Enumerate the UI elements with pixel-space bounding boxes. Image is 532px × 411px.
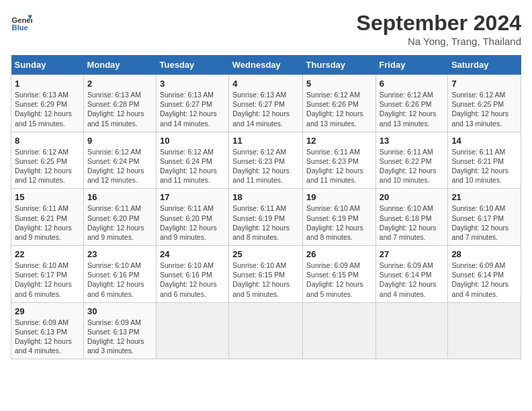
calendar-cell: 18Sunrise: 6:11 AM Sunset: 6:19 PM Dayli…	[229, 189, 303, 246]
day-info: Sunrise: 6:12 AM Sunset: 6:26 PM Dayligh…	[380, 90, 445, 128]
day-number: 1	[15, 79, 80, 89]
title-block: September 2024 Na Yong, Trang, Thailand	[357, 11, 521, 47]
calendar-cell: 19Sunrise: 6:10 AM Sunset: 6:19 PM Dayli…	[303, 189, 376, 246]
day-info: Sunrise: 6:09 AM Sunset: 6:15 PM Dayligh…	[306, 261, 372, 299]
day-info: Sunrise: 6:09 AM Sunset: 6:13 PM Dayligh…	[87, 318, 152, 356]
day-info: Sunrise: 6:10 AM Sunset: 6:15 PM Dayligh…	[232, 261, 299, 299]
day-info: Sunrise: 6:13 AM Sunset: 6:29 PM Dayligh…	[15, 90, 80, 128]
day-info: Sunrise: 6:10 AM Sunset: 6:17 PM Dayligh…	[15, 261, 80, 299]
day-number: 20	[380, 192, 445, 202]
day-number: 19	[306, 192, 372, 202]
calendar-cell	[157, 302, 229, 359]
calendar-cell: 21Sunrise: 6:10 AM Sunset: 6:17 PM Dayli…	[448, 189, 521, 246]
day-number: 28	[451, 249, 517, 259]
col-monday: Monday	[83, 55, 156, 75]
calendar-cell: 8Sunrise: 6:12 AM Sunset: 6:25 PM Daylig…	[11, 132, 84, 189]
day-number: 16	[87, 192, 152, 202]
calendar-cell: 17Sunrise: 6:11 AM Sunset: 6:20 PM Dayli…	[157, 189, 229, 246]
svg-text:Blue: Blue	[12, 24, 28, 32]
day-info: Sunrise: 6:13 AM Sunset: 6:28 PM Dayligh…	[87, 90, 152, 128]
calendar-cell: 20Sunrise: 6:10 AM Sunset: 6:18 PM Dayli…	[375, 189, 448, 246]
day-number: 14	[451, 136, 517, 146]
day-number: 7	[451, 79, 517, 89]
day-info: Sunrise: 6:12 AM Sunset: 6:26 PM Dayligh…	[306, 90, 372, 128]
calendar-cell: 14Sunrise: 6:11 AM Sunset: 6:21 PM Dayli…	[448, 132, 521, 189]
col-wednesday: Wednesday	[229, 55, 303, 75]
col-friday: Friday	[375, 55, 448, 75]
calendar-cell: 12Sunrise: 6:11 AM Sunset: 6:23 PM Dayli…	[303, 132, 376, 189]
day-info: Sunrise: 6:10 AM Sunset: 6:16 PM Dayligh…	[160, 261, 225, 299]
calendar-cell: 5Sunrise: 6:12 AM Sunset: 6:26 PM Daylig…	[303, 75, 376, 132]
day-info: Sunrise: 6:11 AM Sunset: 6:21 PM Dayligh…	[451, 147, 517, 185]
col-saturday: Saturday	[448, 55, 521, 75]
day-info: Sunrise: 6:10 AM Sunset: 6:16 PM Dayligh…	[87, 261, 152, 299]
calendar-cell: 13Sunrise: 6:11 AM Sunset: 6:22 PM Dayli…	[375, 132, 448, 189]
day-number: 15	[15, 192, 80, 202]
day-number: 2	[87, 79, 152, 89]
day-info: Sunrise: 6:11 AM Sunset: 6:23 PM Dayligh…	[306, 147, 372, 185]
day-number: 22	[15, 249, 80, 259]
day-info: Sunrise: 6:11 AM Sunset: 6:20 PM Dayligh…	[160, 203, 225, 242]
day-info: Sunrise: 6:09 AM Sunset: 6:13 PM Dayligh…	[15, 318, 80, 356]
calendar-cell: 23Sunrise: 6:10 AM Sunset: 6:16 PM Dayli…	[83, 246, 156, 303]
calendar-cell: 6Sunrise: 6:12 AM Sunset: 6:26 PM Daylig…	[375, 75, 448, 132]
col-tuesday: Tuesday	[157, 55, 229, 75]
day-number: 24	[160, 249, 225, 259]
calendar-cell	[375, 302, 448, 359]
page-header: General Blue September 2024 Na Yong, Tra…	[11, 11, 521, 47]
calendar-cell	[229, 302, 303, 359]
calendar-row: 22Sunrise: 6:10 AM Sunset: 6:17 PM Dayli…	[11, 246, 521, 303]
day-info: Sunrise: 6:13 AM Sunset: 6:27 PM Dayligh…	[232, 90, 299, 128]
calendar-cell: 4Sunrise: 6:13 AM Sunset: 6:27 PM Daylig…	[229, 75, 303, 132]
day-info: Sunrise: 6:12 AM Sunset: 6:25 PM Dayligh…	[15, 147, 80, 185]
day-number: 21	[451, 192, 517, 202]
day-number: 4	[232, 79, 299, 89]
calendar-cell: 3Sunrise: 6:13 AM Sunset: 6:27 PM Daylig…	[157, 75, 229, 132]
calendar-cell: 25Sunrise: 6:10 AM Sunset: 6:15 PM Dayli…	[229, 246, 303, 303]
day-number: 13	[380, 136, 445, 146]
calendar-cell	[303, 302, 376, 359]
day-number: 8	[15, 136, 80, 146]
calendar-cell: 10Sunrise: 6:12 AM Sunset: 6:24 PM Dayli…	[157, 132, 229, 189]
day-info: Sunrise: 6:09 AM Sunset: 6:14 PM Dayligh…	[380, 261, 445, 299]
calendar-row: 1Sunrise: 6:13 AM Sunset: 6:29 PM Daylig…	[11, 75, 521, 132]
day-info: Sunrise: 6:10 AM Sunset: 6:19 PM Dayligh…	[306, 203, 372, 242]
calendar-cell: 2Sunrise: 6:13 AM Sunset: 6:28 PM Daylig…	[83, 75, 156, 132]
calendar-table: Sunday Monday Tuesday Wednesday Thursday…	[11, 55, 521, 359]
calendar-cell: 28Sunrise: 6:09 AM Sunset: 6:14 PM Dayli…	[448, 246, 521, 303]
day-number: 30	[87, 306, 152, 316]
calendar-cell: 1Sunrise: 6:13 AM Sunset: 6:29 PM Daylig…	[11, 75, 84, 132]
day-number: 10	[160, 136, 225, 146]
calendar-cell	[448, 302, 521, 359]
calendar-cell: 27Sunrise: 6:09 AM Sunset: 6:14 PM Dayli…	[375, 246, 448, 303]
calendar-row: 8Sunrise: 6:12 AM Sunset: 6:25 PM Daylig…	[11, 132, 521, 189]
calendar-header-row: Sunday Monday Tuesday Wednesday Thursday…	[11, 55, 521, 75]
day-info: Sunrise: 6:11 AM Sunset: 6:22 PM Dayligh…	[380, 147, 445, 185]
logo: General Blue	[11, 11, 32, 32]
day-number: 17	[160, 192, 225, 202]
day-number: 11	[232, 136, 299, 146]
calendar-cell: 7Sunrise: 6:12 AM Sunset: 6:25 PM Daylig…	[448, 75, 521, 132]
calendar-row: 29Sunrise: 6:09 AM Sunset: 6:13 PM Dayli…	[11, 302, 521, 359]
calendar-cell: 22Sunrise: 6:10 AM Sunset: 6:17 PM Dayli…	[11, 246, 84, 303]
col-thursday: Thursday	[303, 55, 376, 75]
day-info: Sunrise: 6:12 AM Sunset: 6:23 PM Dayligh…	[232, 147, 299, 185]
day-number: 18	[232, 192, 299, 202]
month-title: September 2024	[357, 11, 521, 36]
calendar-row: 15Sunrise: 6:11 AM Sunset: 6:21 PM Dayli…	[11, 189, 521, 246]
calendar-cell: 11Sunrise: 6:12 AM Sunset: 6:23 PM Dayli…	[229, 132, 303, 189]
day-number: 25	[232, 249, 299, 259]
day-info: Sunrise: 6:12 AM Sunset: 6:25 PM Dayligh…	[451, 90, 517, 128]
calendar-cell: 26Sunrise: 6:09 AM Sunset: 6:15 PM Dayli…	[303, 246, 376, 303]
location: Na Yong, Trang, Thailand	[357, 36, 521, 47]
day-number: 9	[87, 136, 152, 146]
day-number: 26	[306, 249, 372, 259]
logo-icon: General Blue	[11, 11, 32, 32]
day-number: 3	[160, 79, 225, 89]
day-number: 23	[87, 249, 152, 259]
calendar-cell: 16Sunrise: 6:11 AM Sunset: 6:20 PM Dayli…	[83, 189, 156, 246]
col-sunday: Sunday	[11, 55, 84, 75]
calendar-cell: 29Sunrise: 6:09 AM Sunset: 6:13 PM Dayli…	[11, 302, 84, 359]
day-info: Sunrise: 6:09 AM Sunset: 6:14 PM Dayligh…	[451, 261, 517, 299]
day-info: Sunrise: 6:12 AM Sunset: 6:24 PM Dayligh…	[87, 147, 152, 185]
